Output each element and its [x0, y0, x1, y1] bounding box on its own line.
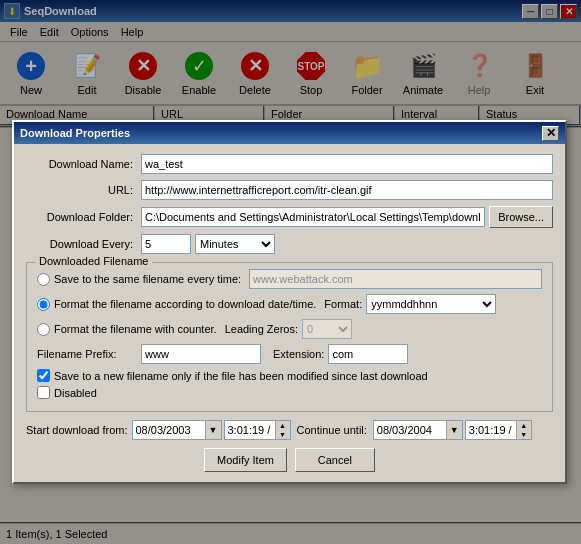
end-time-down[interactable]: ▼	[517, 430, 531, 439]
end-time-combo[interactable]: ▲ ▼	[465, 420, 532, 440]
dialog-body: Download Name: URL: Download Folder: Bro…	[14, 144, 565, 482]
folder-label: Download Folder:	[26, 211, 141, 223]
start-time-input[interactable]	[225, 423, 275, 437]
cancel-button[interactable]: Cancel	[295, 448, 375, 472]
same-filename-input[interactable]	[249, 269, 542, 289]
start-date-input[interactable]	[133, 423, 205, 437]
every-label: Download Every:	[26, 238, 141, 250]
prefix-input[interactable]	[141, 344, 261, 364]
radio2-row: Format the filename according to downloa…	[37, 294, 542, 314]
dates-row: Start download from: ▼ ▲ ▼ Continue unti…	[26, 420, 553, 440]
disabled-checkbox[interactable]	[37, 386, 50, 399]
url-row: URL:	[26, 180, 553, 200]
download-every-row: Download Every: Minutes Hours Days	[26, 234, 553, 254]
end-date-arrow[interactable]: ▼	[446, 421, 462, 439]
folder-input[interactable]	[141, 207, 485, 227]
download-name-input[interactable]	[141, 154, 553, 174]
modified-label: Save to a new filename only if the file …	[54, 370, 428, 382]
radio2-section: Format the filename according to downloa…	[37, 294, 542, 314]
radio1-label: Save to the same filename every time:	[54, 273, 241, 285]
start-date-combo[interactable]: ▼	[132, 420, 222, 440]
zeros-label: Leading Zeros:	[225, 323, 298, 335]
download-name-row: Download Name:	[26, 154, 553, 174]
modify-button[interactable]: Modify Item	[204, 448, 287, 472]
continue-label: Continue until:	[297, 424, 367, 436]
dialog-close-button[interactable]: ✕	[542, 126, 559, 141]
checkbox2-row: Disabled	[37, 386, 542, 399]
interval-select[interactable]: Minutes Hours Days	[195, 234, 275, 254]
format-label: Format:	[324, 298, 362, 310]
radio3-label: Format the filename with counter.	[54, 323, 217, 335]
radio1-same-filename[interactable]	[37, 273, 50, 286]
end-time-up[interactable]: ▲	[517, 421, 531, 430]
browse-button[interactable]: Browse...	[489, 206, 553, 228]
filename-group: Downloaded Filename Save to the same fil…	[26, 262, 553, 412]
every-input[interactable]	[141, 234, 191, 254]
disabled-label: Disabled	[54, 387, 97, 399]
extension-label: Extension:	[273, 348, 324, 360]
radio2-label: Format the filename according to downloa…	[54, 298, 316, 310]
zeros-select[interactable]: 0 1 2	[302, 319, 352, 339]
extension-input[interactable]	[328, 344, 408, 364]
start-date-arrow[interactable]: ▼	[205, 421, 221, 439]
start-time-up[interactable]: ▲	[276, 421, 290, 430]
dialog-title-text: Download Properties	[20, 127, 542, 139]
end-date-combo[interactable]: ▼	[373, 420, 463, 440]
radio3-row: Format the filename with counter. Leadin…	[37, 319, 542, 339]
end-date-input[interactable]	[374, 423, 446, 437]
radio2-format-date[interactable]	[37, 298, 50, 311]
action-buttons: Modify Item Cancel	[26, 448, 553, 472]
modified-checkbox[interactable]	[37, 369, 50, 382]
start-time-combo[interactable]: ▲ ▼	[224, 420, 291, 440]
download-name-label: Download Name:	[26, 158, 141, 170]
start-time-down[interactable]: ▼	[276, 430, 290, 439]
checkbox1-row: Save to a new filename only if the file …	[37, 369, 542, 382]
end-time-spin: ▲ ▼	[516, 421, 531, 439]
radio1-row: Save to the same filename every time:	[37, 269, 542, 289]
url-input[interactable]	[141, 180, 553, 200]
start-label: Start download from:	[26, 424, 128, 436]
filename-group-title: Downloaded Filename	[35, 255, 152, 267]
format-select[interactable]: yymmddhhnn yyyymmddhhnn mmddyy	[366, 294, 496, 314]
start-time-spin: ▲ ▼	[275, 421, 290, 439]
radio3-counter[interactable]	[37, 323, 50, 336]
folder-row: Download Folder: Browse...	[26, 206, 553, 228]
download-properties-dialog: Download Properties ✕ Download Name: URL…	[12, 120, 567, 484]
dialog-title-bar: Download Properties ✕	[14, 122, 565, 144]
prefix-row: Filename Prefix: Extension:	[37, 344, 542, 364]
prefix-label: Filename Prefix:	[37, 348, 137, 360]
url-label: URL:	[26, 184, 141, 196]
end-time-input[interactable]	[466, 423, 516, 437]
